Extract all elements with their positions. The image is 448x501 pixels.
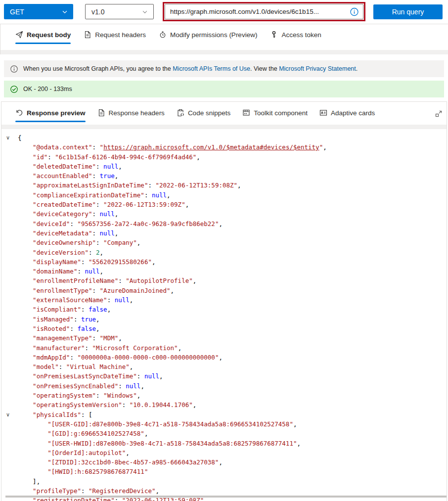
code-line[interactable]: "deviceOwnership": "Company",: [1, 238, 447, 247]
code-line[interactable]: "@odata.context": "https://graph.microso…: [1, 142, 447, 152]
tab-request-headers[interactable]: Request headers: [84, 31, 146, 44]
gutter-space: [1, 171, 18, 181]
tab-label: Response preview: [27, 109, 86, 117]
gutter-space: [1, 295, 18, 305]
request-url-input[interactable]: [165, 4, 363, 19]
tab-response-headers[interactable]: Response headers: [97, 109, 165, 122]
code-line[interactable]: "[ZTDID]:32cc1bd0-8bec-4b57-a985-666043a…: [1, 457, 447, 467]
code-line[interactable]: "isManaged": true,: [1, 315, 447, 324]
notice-text-after: .: [356, 65, 358, 72]
code-line[interactable]: "[USER-HWID]:d87e800b-39e8-4c71-a518-758…: [1, 439, 447, 448]
odata-context-link[interactable]: https://graph.microsoft.com/v1.0/$metada…: [103, 143, 319, 151]
tab-label: Code snippets: [188, 109, 230, 117]
key-icon: [270, 31, 278, 39]
code-line[interactable]: "[OrderId]:autopilot",: [1, 448, 447, 457]
gutter-space: [1, 381, 18, 391]
terms-of-use-link[interactable]: Microsoft APIs Terms of Use: [173, 65, 250, 72]
tab-request-body[interactable]: Request body: [15, 31, 71, 44]
tab-code-snippets[interactable]: Code snippets: [177, 109, 230, 122]
expand-icon[interactable]: [435, 110, 443, 118]
horizontal-scrollbar[interactable]: [5, 496, 447, 498]
gutter-space: [1, 200, 18, 209]
code-line[interactable]: "displayName": "556202915580266",: [1, 257, 447, 267]
gutter-space: [1, 315, 18, 324]
code-icon: [177, 109, 184, 117]
tab-toolkit-component[interactable]: Toolkit component: [242, 109, 308, 122]
chevron-down-icon: [141, 8, 148, 15]
response-body-code: ∨{ "@odata.context": "https://graph.micr…: [1, 133, 447, 501]
tab-label: Adaptive cards: [331, 109, 375, 117]
tab-label: Response headers: [109, 109, 165, 117]
info-icon: [10, 65, 18, 73]
code-line[interactable]: "deviceId": "95657356-2a72-4a0c-9628-9a9…: [1, 219, 447, 228]
gutter-space: [1, 238, 18, 247]
response-tabs-bar: Response preview Response headers Code s…: [1, 102, 447, 129]
code-line[interactable]: "accountEnabled": true,: [1, 171, 447, 181]
gutter-space: [1, 467, 18, 476]
code-line[interactable]: "deviceMetadata": null,: [1, 228, 447, 238]
gutter-space: [1, 286, 18, 295]
gutter-space: [1, 324, 18, 333]
tab-modify-permissions[interactable]: Modify permissions (Preview): [159, 31, 257, 44]
code-line[interactable]: "deviceCategory": null,: [1, 209, 447, 219]
code-line[interactable]: "[GID]:g:6966534102527458",: [1, 429, 447, 438]
privacy-statement-link[interactable]: Microsoft Privacy Statement: [279, 65, 356, 72]
code-line[interactable]: "operatingSystemVersion": "10.0.19044.17…: [1, 400, 447, 410]
divider-strip: [0, 50, 448, 54]
code-line[interactable]: "[USER-GID]:d87e800b-39e8-4c71-a518-7584…: [1, 419, 447, 429]
code-line[interactable]: "model": "Virtual Machine",: [1, 362, 447, 371]
code-line[interactable]: "[HWID]:h:6825798676877411": [1, 467, 447, 476]
request-tabs-bar: Request body Request headers Modify perm…: [0, 24, 448, 54]
code-line[interactable]: "domainName": null,: [1, 267, 447, 276]
code-line[interactable]: "operatingSystem": "Windows",: [1, 391, 447, 400]
gutter-space: [1, 248, 18, 257]
tab-response-preview[interactable]: Response preview: [15, 109, 86, 122]
gutter-space: [1, 228, 18, 238]
gutter-space: [1, 371, 18, 381]
gutter-space: [1, 419, 18, 429]
gutter-space: [1, 477, 18, 486]
code-line[interactable]: "enrollmentProfileName": "AutopilotProfi…: [1, 276, 447, 285]
code-line[interactable]: "manufacturer": "Microsoft Corporation",: [1, 343, 447, 353]
code-line[interactable]: "complianceExpirationDateTime": null,: [1, 190, 447, 200]
info-icon[interactable]: [350, 7, 359, 16]
run-query-button[interactable]: Run query: [373, 4, 443, 19]
fold-chevron-icon[interactable]: ∨: [1, 133, 18, 142]
gutter-space: [1, 457, 18, 467]
code-line[interactable]: ∨{: [1, 133, 447, 142]
tab-adaptive-cards[interactable]: Adaptive cards: [319, 109, 375, 122]
code-line[interactable]: "externalSourceName": null,: [1, 295, 447, 305]
response-status-banner: OK - 200 - 133ms: [4, 81, 444, 97]
gutter-space: [1, 162, 18, 171]
version-dropdown[interactable]: v1.0: [85, 4, 154, 19]
code-line[interactable]: "profileType": "RegisteredDevice",: [1, 486, 447, 496]
gutter-space: [1, 276, 18, 285]
code-line[interactable]: ∨ "physicalIds": [: [1, 410, 447, 419]
response-preview-editor[interactable]: ∨{ "@odata.context": "https://graph.micr…: [1, 129, 447, 501]
permissions-icon: [159, 31, 167, 39]
code-line[interactable]: "id": "6c1b15af-6126-4b94-994c-6f7969f4a…: [1, 152, 447, 162]
code-line[interactable]: "deletedDateTime": null,: [1, 162, 447, 171]
gutter-space: [1, 142, 18, 152]
document-icon: [84, 31, 91, 39]
notice-text-middle: . View the: [250, 65, 279, 72]
code-line[interactable]: "isRooted": false,: [1, 324, 447, 333]
code-line[interactable]: "enrollmentType": "AzureDomainJoined",: [1, 286, 447, 295]
response-panel: Response preview Response headers Code s…: [1, 101, 447, 501]
method-dropdown[interactable]: GET: [4, 4, 73, 19]
tab-label: Request body: [27, 31, 71, 39]
code-line[interactable]: "createdDateTime": "2022-06-12T13:59:09Z…: [1, 200, 447, 209]
code-line[interactable]: "managementType": "MDM",: [1, 333, 447, 343]
code-line[interactable]: "isCompliant": false,: [1, 305, 447, 314]
divider-strip: [1, 125, 447, 129]
code-line[interactable]: "onPremisesSyncEnabled": null,: [1, 381, 447, 391]
code-line[interactable]: "approximateLastSignInDateTime": "2022-0…: [1, 181, 447, 190]
code-line[interactable]: "deviceVersion": 2,: [1, 248, 447, 257]
code-line[interactable]: ],: [1, 477, 447, 486]
code-line[interactable]: "mdmAppId": "0000000a-0000-0000-c000-000…: [1, 353, 447, 362]
code-line[interactable]: "onPremisesLastSyncDateTime": null,: [1, 371, 447, 381]
fold-chevron-icon[interactable]: ∨: [1, 410, 18, 419]
gutter-space: [1, 448, 18, 457]
tab-access-token[interactable]: Access token: [270, 31, 321, 44]
gutter-space: [1, 333, 18, 343]
